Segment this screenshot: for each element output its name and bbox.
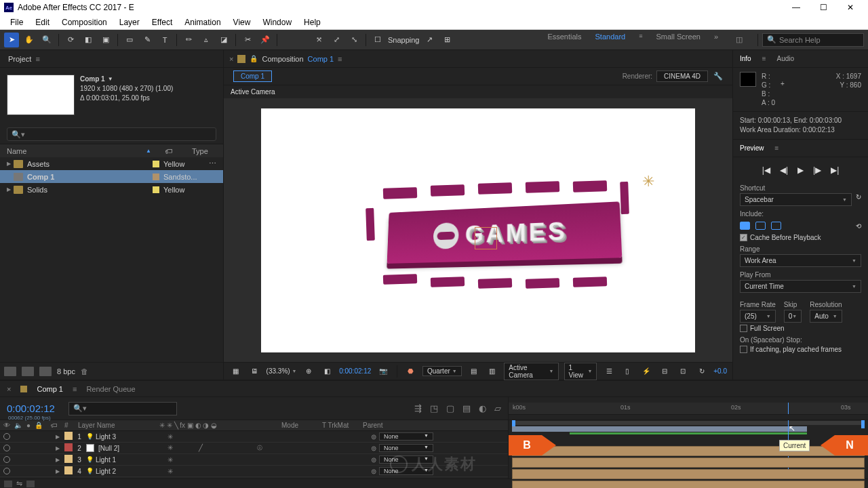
comp-panel-menu[interactable]: ≡ [338,55,342,63]
exposure-value[interactable]: +0.0 [713,367,727,375]
menu-view[interactable]: View [227,18,257,27]
view-axis-icon[interactable]: ⤡ [347,33,361,47]
search-help-input[interactable]: 🔍 Search Help [762,33,864,47]
info-panel-menu[interactable]: ≡ [762,55,766,62]
zoom-tool[interactable]: 🔍 [39,33,54,47]
toggle-pane-icon[interactable] [26,481,35,487]
eraser-tool[interactable]: ◪ [216,33,231,47]
lock-icon[interactable]: 🔒 [250,55,258,62]
grid-icon[interactable]: ▥ [486,364,498,379]
timeline-panel-menu[interactable]: ≡ [73,385,77,393]
comp-mini-flowchart-icon[interactable]: ⇶ [414,403,422,413]
timeline-timecode[interactable]: 0:00:02:12 [0,403,62,414]
reset-exposure-icon[interactable]: ↻ [695,364,708,379]
transparency-grid-icon[interactable]: 🖥 [248,364,260,379]
project-item-assets[interactable]: ▶Assets Yellow ⋯ [0,157,223,170]
range-dropdown[interactable]: Work Area▼ [740,254,861,267]
interpret-footage-icon[interactable] [4,367,16,376]
pan-behind-tool[interactable]: ◧ [81,33,96,47]
workspace-essentials[interactable]: Essentials [547,33,581,47]
include-overlays-icon[interactable] [771,222,781,230]
preview-panel-menu[interactable]: ≡ [775,144,779,152]
comp-thumbnail[interactable] [7,75,75,115]
light-gizmo-icon[interactable]: ✳ [642,173,654,190]
brush-tool[interactable]: ✏ [181,33,196,47]
3d-text-object[interactable]: GAMES [387,201,623,264]
cache-before-playback-checkbox[interactable]: ✓Cache Before Playback [740,234,861,241]
loop-icon[interactable]: ⟲ [856,222,861,230]
workspace-standard[interactable]: Standard [595,33,626,47]
first-frame-button[interactable]: |◀ [762,165,770,175]
timeline-icon[interactable]: ⊟ [658,364,671,379]
reset-shortcut-icon[interactable]: ↻ [856,193,861,206]
layer-row[interactable]: ▶ 4 💡Light 2 ✳ ⊚None▼ [0,466,508,477]
snapshot-icon[interactable]: 📷 [376,364,389,379]
menu-window[interactable]: Window [256,18,298,27]
project-tab[interactable]: Project ≡ [0,50,48,67]
layer-row[interactable]: ▶ 2 [Null 2] ✳╱⦾ ⊚None▼ [0,443,508,454]
motion-blur-icon[interactable]: ◐ [479,403,486,413]
work-area-bar[interactable] [512,426,807,432]
world-axis-icon[interactable]: ⤢ [329,33,344,47]
menu-effect[interactable]: Effect [146,18,178,27]
graph-editor-icon[interactable]: ▱ [494,403,501,413]
include-audio-icon[interactable] [755,222,766,230]
preview-tab[interactable]: Preview [740,144,764,152]
zoom-dropdown[interactable]: (33.3%)▼ [267,367,297,375]
close-button[interactable]: ✕ [837,3,864,12]
menu-composition[interactable]: Composition [56,18,113,27]
flowchart-icon[interactable]: ⊡ [677,364,690,379]
timeline-tracks[interactable]: B N Current ↖ [509,420,868,479]
resolution-dropdown[interactable]: Quarter▼ [422,366,462,376]
skip-dropdown[interactable]: 0▼ [784,310,802,323]
menu-help[interactable]: Help [298,18,327,27]
puppet-tool[interactable]: 📌 [258,33,273,47]
frame-blend-icon[interactable]: ▤ [462,403,471,413]
render-queue-tab[interactable]: Render Queue [86,385,135,393]
project-item-solids[interactable]: ▶Solids Yellow [0,183,223,196]
layer-row[interactable]: ▶ 3 💡Light 1 ✳ ⊚None▼ [0,454,508,466]
always-preview-icon[interactable]: ▦ [229,364,242,379]
views-dropdown[interactable]: 1 View▼ [564,363,597,380]
project-item-comp1[interactable]: Comp 1 Sandsto... [0,170,223,183]
fast-preview-icon[interactable]: ⚡ [639,364,652,379]
composition-viewer[interactable]: ✳ GAMES [224,98,732,362]
clone-tool[interactable]: ▵ [199,33,214,47]
snap-opts-icon[interactable]: ↗ [422,33,437,47]
next-frame-button[interactable]: |▶ [813,165,821,175]
menu-file[interactable]: File [4,18,29,27]
anchor-gizmo[interactable] [475,227,497,249]
resolution-icon[interactable]: ⊕ [302,364,315,379]
view-opt-icon[interactable]: ☰ [602,364,615,379]
shortcut-dropdown[interactable]: Spacebar▼ [740,193,852,206]
minimize-button[interactable]: — [783,3,810,12]
new-folder-icon[interactable] [22,367,34,376]
orbit-tool[interactable]: ⟳ [63,33,78,47]
menu-animation[interactable]: Animation [178,18,226,27]
new-comp-icon[interactable] [39,367,52,376]
include-video-icon[interactable] [740,222,750,230]
trash-icon[interactable]: 🗑 [81,367,88,375]
close-comp-tab[interactable]: × [229,55,233,63]
snap-checkbox[interactable]: ☐ [370,33,385,47]
info-tab[interactable]: Info [740,55,751,62]
toggle-switches-icon[interactable] [4,481,12,487]
draft3d-icon[interactable]: ◳ [430,403,438,413]
camera-dropdown[interactable]: Active Camera▼ [504,363,558,380]
playfrom-dropdown[interactable]: Current Time▼ [740,280,861,293]
close-timeline-tab[interactable]: × [7,385,11,393]
project-search-input[interactable]: 🔍▾ [7,127,216,141]
channel-icon[interactable]: ⬣ [404,364,417,379]
maximize-button[interactable]: ☐ [810,3,837,12]
workspace-menu-icon[interactable]: ≡ [639,33,642,47]
pixel-aspect-icon[interactable]: ▯ [621,364,634,379]
audio-tab[interactable]: Audio [777,55,795,62]
pen-tool[interactable]: ✎ [140,33,155,47]
fullscreen-checkbox[interactable]: Full Screen [740,325,861,332]
selection-tool[interactable]: ➤ [4,33,19,47]
shape-tool[interactable]: ▭ [122,33,137,47]
local-axis-icon[interactable]: ⤧ [311,33,326,47]
timeline-comp-tab[interactable]: Comp 1 [37,385,63,393]
ifcaching-checkbox[interactable]: If caching, play cached frames [740,346,861,353]
renderer-dropdown[interactable]: CINEMA 4D [656,70,708,82]
